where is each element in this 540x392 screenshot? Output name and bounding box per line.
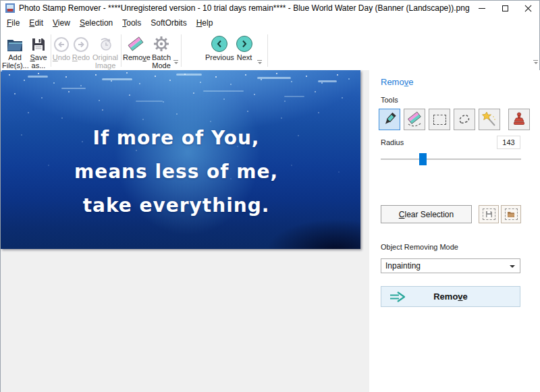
remove-tool-button[interactable]: Remove	[123, 32, 148, 69]
save-selection-icon	[483, 208, 495, 220]
remove-panel: Remove Tools	[369, 70, 540, 392]
previous-button[interactable]: Previous	[205, 32, 234, 69]
minimize-icon	[479, 8, 485, 9]
lasso-tool-button[interactable]	[454, 109, 475, 130]
slider-thumb[interactable]	[419, 153, 427, 165]
toolbar-separator	[181, 34, 182, 67]
eraser-tool-button[interactable]	[404, 109, 425, 130]
menu-selection[interactable]: Selection	[76, 16, 117, 30]
quote-line-2: means less of me,	[1, 155, 352, 189]
redo-circle-icon	[72, 32, 90, 52]
water-streak	[176, 74, 202, 76]
undo-button[interactable]: Undo	[52, 32, 71, 69]
menu-softorbits[interactable]: SoftOrbits	[146, 16, 190, 30]
slider-track[interactable]	[381, 159, 521, 160]
rectangle-select-icon	[433, 115, 446, 125]
original-image-button[interactable]: Original Image	[91, 32, 119, 69]
water-streak	[257, 77, 291, 79]
clone-stamp-tool-button[interactable]	[508, 109, 530, 130]
add-files-button[interactable]: Add File(s)...	[2, 32, 28, 69]
minimize-button[interactable]	[470, 1, 493, 16]
load-selection-icon	[505, 208, 518, 220]
eraser-selection-icon	[406, 111, 423, 128]
floppy-disk-icon	[28, 32, 49, 52]
gear-icon	[148, 32, 174, 52]
magic-wand-icon	[481, 111, 497, 128]
quote-line-3: take everything.	[1, 189, 352, 223]
water-streak	[61, 88, 86, 89]
water-sparkles	[1, 70, 2, 72]
editor-canvas[interactable]: If more of You, means less of me, take e…	[1, 70, 369, 392]
remove-action-label: Remove	[433, 291, 468, 302]
removing-mode-value: Inpainting	[385, 261, 421, 271]
toolbar-group-overflow-icon[interactable]	[173, 60, 179, 64]
menu-tools[interactable]: Tools	[118, 16, 145, 30]
remove-arrow-icon	[388, 291, 407, 304]
panel-header-remove[interactable]: Remove	[381, 77, 413, 87]
toolbar-separator	[51, 34, 51, 67]
eraser-icon	[123, 32, 148, 52]
toolbar-separator	[121, 34, 122, 67]
clone-stamp-icon	[511, 111, 527, 128]
maximize-button[interactable]	[493, 1, 516, 16]
radius-value-input[interactable]: 143	[497, 136, 520, 149]
load-selection-button[interactable]	[501, 205, 521, 223]
window-title: Photo Stamp Remover - ****Unregistered v…	[19, 3, 470, 13]
next-button[interactable]: Next	[234, 32, 254, 69]
menu-view[interactable]: View	[49, 16, 74, 30]
next-circle-icon	[234, 32, 254, 52]
toolbar: Add File(s)... Save as... Undo	[1, 30, 539, 70]
title-bar: Photo Stamp Remover - ****Unregistered v…	[1, 1, 539, 16]
redo-button[interactable]: Redo	[72, 32, 90, 69]
clear-selection-label: Clear Selection	[399, 210, 454, 219]
quote-line-1: If more of You,	[1, 121, 352, 155]
dropdown-caret-icon	[510, 265, 515, 268]
toolbar-separator	[267, 34, 268, 67]
removing-mode-dropdown[interactable]: Inpainting	[381, 258, 520, 273]
restore-original-icon	[91, 32, 119, 52]
toolbar-group-overflow-icon[interactable]	[256, 60, 263, 64]
folder-open-icon	[2, 32, 28, 52]
save-selection-button[interactable]	[479, 205, 499, 223]
rectangle-select-tool-button[interactable]	[429, 109, 450, 130]
photo-quote-text: If more of You, means less of me, take e…	[1, 121, 352, 223]
radius-label: Radius	[381, 138, 404, 146]
water-streak	[318, 80, 337, 82]
water-streak	[102, 78, 132, 80]
close-button[interactable]	[516, 1, 539, 16]
save-as-button[interactable]: Save as...	[28, 32, 49, 69]
photo-image[interactable]: If more of You, means less of me, take e…	[1, 70, 360, 249]
app-icon	[5, 3, 15, 13]
magic-wand-tool-button[interactable]	[479, 109, 500, 130]
maximize-icon	[502, 5, 508, 11]
tools-label: Tools	[381, 96, 398, 104]
water-streak	[136, 101, 163, 102]
marker-tool-button[interactable]	[379, 109, 400, 130]
lasso-icon	[456, 111, 473, 128]
undo-circle-icon	[52, 32, 71, 52]
tools-row	[379, 109, 533, 130]
close-icon	[524, 5, 532, 12]
prev-circle-icon	[205, 32, 234, 52]
menu-edit[interactable]: Edit	[25, 16, 47, 30]
menu-bar: File Edit View Selection Tools SoftOrbit…	[1, 16, 539, 30]
batch-mode-button[interactable]: Batch Mode	[148, 32, 174, 69]
water-streak	[28, 76, 48, 78]
remove-action-button[interactable]: Remove	[381, 286, 520, 307]
water-streak	[203, 90, 244, 92]
clear-selection-button[interactable]: Clear Selection	[381, 205, 472, 223]
app-window: Photo Stamp Remover - ****Unregistered v…	[0, 0, 540, 392]
object-removing-mode-label: Object Removing Mode	[381, 243, 458, 251]
marker-icon	[381, 111, 398, 128]
toolbar-group-overflow-icon[interactable]	[533, 60, 539, 64]
water-streak	[284, 96, 304, 97]
radius-slider[interactable]	[381, 152, 521, 166]
menu-help[interactable]: Help	[192, 16, 217, 30]
menu-file[interactable]: File	[3, 16, 24, 30]
